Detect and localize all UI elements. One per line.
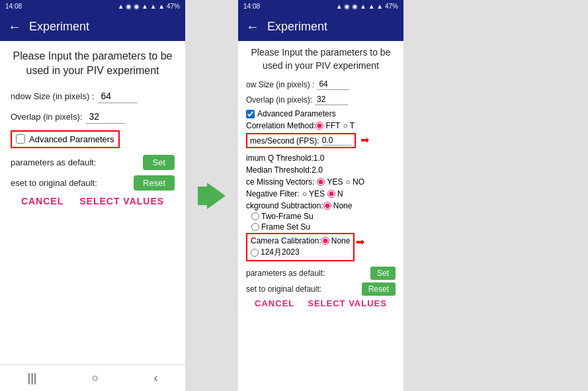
neg-filter-label: Negative Filter: [246,189,300,198]
set-button-1[interactable]: Set [143,155,175,170]
app-bar-1: ← Experiment [0,12,185,41]
status-bar-2: 14:08 ▲ ◉ ◉ ▲ ▲ ▲ 47% [238,0,403,12]
nav-home-icon-1[interactable]: ○ [92,371,99,385]
adv-params-row-2: Advanced Parameters [246,109,396,118]
transition-arrow [185,0,238,391]
overlap-label-1: Overlap (in pixels): [11,112,82,122]
cam-cal-row: Camera Calibration: None [251,236,350,245]
set-default-row-1: parameters as default: Set [11,155,175,170]
window-size-label-1: ndow Size (in pixels) : [11,91,94,101]
replace-no-label: ○ NO [345,177,364,187]
min-q-value: 1.0 [314,153,325,163]
fps-container: mes/Second (FPS): ➡ [246,133,396,151]
overlap-label-2: Overlap (in pixels): [246,95,312,105]
reset-label-1: eset to original default: [11,178,134,188]
adv-params-label-1: Advanced Parameters [29,134,114,144]
window-size-input-1[interactable] [98,89,138,103]
cam-124-row: 124月2023 [251,247,350,258]
window-size-row-2: ow Size (in pixels) : [246,79,396,90]
adv-params-checkbox-2[interactable] [246,110,255,118]
replace-yes-radio[interactable] [317,178,325,186]
bg-twoframe-radio[interactable] [251,212,259,220]
window-size-label-2: ow Size (in pixels) : [246,80,314,89]
screen-heading-2: Please Input the parameters to be used i… [246,46,396,72]
back-icon-1[interactable]: ← [8,19,21,34]
neg-filter-row: Negative Filter: ○ YES N [246,189,396,198]
action-row-2: CANCEL SELECT VALUES [246,298,396,308]
replace-yes-label: YES [327,177,343,187]
cam-none-label: None [331,236,351,245]
bg-twoframe-label: Two-Frame Su [261,212,314,221]
replace-label: ce Missing Vectors: [246,177,314,187]
phone-screen-2: 14:08 ▲ ◉ ◉ ▲ ▲ ▲ 47% ← Experiment Pleas… [238,0,403,391]
median-row: Median Threshold: 2.0 [246,165,396,175]
cam-none-radio[interactable] [321,237,329,245]
bg-sub-row: ckground Subtraction: None [246,201,396,210]
app-title-2: Experiment [267,20,327,34]
nav-back-icon-1[interactable]: ‹ [153,371,157,385]
fps-input[interactable] [322,136,352,146]
corr-fft-radio[interactable] [315,122,323,130]
select-button-2[interactable]: SELECT VALUES [308,298,387,308]
neg-yes-label: ○ YES [302,189,325,198]
overlap-row-2: Overlap (in pixels): [246,94,396,105]
screen-content-1: Please Input the parameters to be used i… [0,41,185,365]
cam-124-radio[interactable] [251,249,259,257]
fps-row: mes/Second (FPS): [246,133,356,148]
bg-frameset-row: Frame Set Su [246,222,396,232]
action-row-1: CANCEL SELECT VALUES [11,196,175,206]
cam-cal-label: Camera Calibration: [251,236,321,245]
bg-none-radio[interactable] [323,202,331,210]
adv-params-label-2: Advanced Parameters [257,109,336,118]
min-q-label: imum Q Threshold: [246,153,314,163]
replace-vectors-row: ce Missing Vectors: YES ○ NO [246,177,396,187]
reset-label-2: set to original default: [246,284,362,294]
min-q-row: imum Q Threshold: 1.0 [246,153,396,163]
corr-t-label: ○ T [343,121,355,130]
overlap-input-1[interactable] [86,110,126,124]
cam-cal-wrapper: Camera Calibration: None 124月2023 [246,233,355,261]
median-label: Median Threshold: [246,165,312,175]
cam-red-arrow: ➡ [356,236,364,248]
fps-red-arrow: ➡ [360,134,369,146]
reset-button-2[interactable]: Reset [362,282,396,296]
reset-row-1: eset to original default: Reset [11,175,175,191]
screen-content-2: Please Input the parameters to be used i… [238,41,403,391]
nav-menu-icon-1[interactable]: ||| [28,371,37,385]
select-button-1[interactable]: SELECT VALUES [79,196,164,206]
set-default-label-1: parameters as default: [11,157,143,167]
cam-124-label: 124月2023 [261,247,300,258]
phone-screen-1: 14:08 ▲ ◉ ◉ ▲ ▲ ▲ 47% ← Experiment Pleas… [0,0,185,391]
neg-n-label: N [337,189,343,198]
filler [403,0,588,391]
nav-bar-1: ||| ○ ‹ [0,365,185,391]
status-icons-1: ▲ ◉ ◉ ▲ ▲ ▲ 47% [118,3,180,10]
status-time-2: 14:08 [243,3,260,10]
screen-heading-1: Please Input the parameters to be used i… [11,49,175,79]
reset-row-2: set to original default: Reset [246,282,396,296]
app-bar-2: ← Experiment [238,12,403,41]
set-default-label-2: parameters as default: [246,269,370,278]
window-size-input-2[interactable] [317,79,350,90]
reset-button-1[interactable]: Reset [134,175,175,191]
set-default-row-2: parameters as default: Set [246,267,396,280]
window-size-row-1: ndow Size (in pixels) : [11,89,175,103]
neg-n-radio[interactable] [327,190,335,198]
status-time-1: 14:08 [5,3,22,10]
corr-method-row: Correlation Method: FFT ○ T [246,121,396,130]
bg-frameset-radio[interactable] [251,223,259,231]
cancel-button-2[interactable]: CANCEL [255,298,294,308]
back-icon-2[interactable]: ← [246,19,259,34]
fps-label: mes/Second (FPS): [250,136,319,146]
status-bar-1: 14:08 ▲ ◉ ◉ ▲ ▲ ▲ 47% [0,0,185,12]
cam-cal-container: Camera Calibration: None 124月2023 ➡ [246,233,396,264]
overlap-row-1: Overlap (in pixels): [11,110,175,124]
set-button-2[interactable]: Set [370,267,396,280]
status-icons-2: ▲ ◉ ◉ ▲ ▲ ▲ 47% [336,3,398,10]
overlap-input-2[interactable] [315,94,348,105]
bg-none-label: None [333,201,353,210]
bg-twoframe-row: Two-Frame Su [246,212,396,221]
adv-params-checkbox-1[interactable] [16,134,25,144]
corr-method-label: Correlation Method: [246,121,315,130]
cancel-button-1[interactable]: CANCEL [21,196,63,206]
